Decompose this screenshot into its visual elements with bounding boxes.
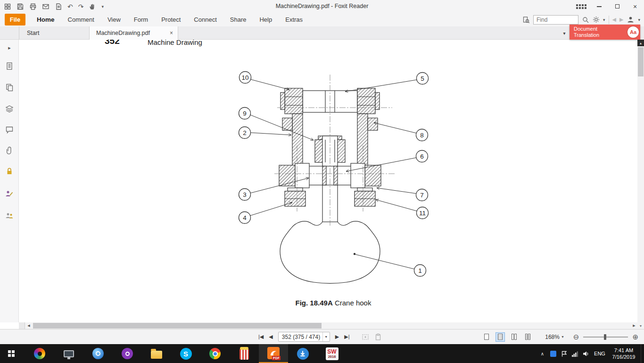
vertical-scroll-thumb[interactable]	[638, 47, 644, 76]
taskbar-foxit-reader[interactable]: PDF	[259, 344, 288, 363]
ribbon-tab-home[interactable]: Home	[30, 13, 61, 26]
horizontal-scrollbar[interactable]: ◀ ▶	[19, 322, 637, 329]
translation-aa-icon[interactable]: Aa	[627, 26, 639, 38]
next-view-icon[interactable]: ▶	[619, 17, 623, 23]
taskbar-palette-app[interactable]	[25, 344, 54, 363]
skype-icon: S	[180, 348, 192, 360]
panel-expand-icon[interactable]: ▸	[5, 45, 14, 53]
panel-splitter-handle[interactable]	[19, 322, 25, 329]
tab-start[interactable]: Start	[19, 26, 90, 40]
ribbon-tab-form[interactable]: Form	[127, 13, 155, 26]
scroll-up-button[interactable]: ▲	[637, 40, 644, 46]
taskbar-solidworks[interactable]: SW 2016	[317, 344, 347, 363]
continuous-view-icon[interactable]	[495, 332, 505, 342]
taskbar-chrome[interactable]	[200, 344, 230, 363]
restore-button[interactable]	[608, 0, 626, 13]
vertical-scrollbar[interactable]: ▲ ▼	[637, 40, 644, 329]
show-desktop-strip[interactable]	[641, 344, 643, 363]
volume-icon[interactable]	[580, 344, 591, 363]
minimize-button[interactable]	[590, 0, 608, 13]
ribbon-tab-extras[interactable]: Extras	[279, 13, 309, 26]
horizontal-scroll-thumb[interactable]	[33, 323, 322, 329]
page-field-dropdown-icon[interactable]: ▼	[322, 332, 330, 341]
ribbon-tab-connect[interactable]: Connect	[187, 13, 223, 26]
snapshot-icon[interactable]	[362, 333, 369, 341]
document-tab-strip: Start MachineDrawing.pdf × ▾	[0, 26, 644, 40]
tab-machinedrawing[interactable]: MachineDrawing.pdf ×	[90, 26, 178, 40]
scroll-down-button[interactable]: ▼	[637, 322, 644, 329]
callout-5: 5	[417, 73, 429, 84]
zoom-out-button[interactable]: ⊖	[573, 333, 579, 341]
ribbon-tab-share[interactable]: Share	[223, 13, 253, 26]
taskbar-monitor-app[interactable]	[54, 344, 83, 363]
clock-date: 7/16/2019	[608, 354, 639, 360]
zoom-level-dropdown[interactable]: 168% ▼	[545, 334, 564, 340]
user-dropdown-icon[interactable]: ▾	[638, 17, 640, 22]
taskbar-skype[interactable]: S	[171, 344, 200, 363]
action-center-flag-icon[interactable]	[559, 344, 570, 363]
blue-circle-app-icon	[92, 348, 104, 359]
ribbon-tabs: Home Comment View Form Protect Connect S…	[30, 13, 309, 26]
layers-icon[interactable]	[5, 105, 14, 113]
callout-11: 11	[417, 207, 429, 219]
gear-icon[interactable]	[593, 16, 600, 23]
taskbar-download-manager[interactable]	[288, 344, 317, 363]
ribbon-tab-protect[interactable]: Protect	[155, 13, 187, 26]
start-button[interactable]	[0, 344, 23, 363]
tab-close-icon[interactable]: ×	[170, 30, 173, 36]
language-indicator[interactable]: ENG	[591, 351, 608, 356]
single-page-view-icon[interactable]	[482, 332, 491, 342]
attachments-icon[interactable]	[5, 146, 14, 155]
ribbon-tab-comment[interactable]: Comment	[61, 13, 101, 26]
figure-caption: Fig. 18.49A Crane hook	[239, 299, 428, 307]
security-lock-icon[interactable]	[5, 167, 14, 176]
tab-list-dropdown-icon[interactable]: ▾	[559, 26, 570, 40]
gear-dropdown-icon[interactable]: ▾	[603, 17, 605, 22]
search-icon[interactable]	[582, 16, 589, 24]
shared-review-icon[interactable]	[5, 211, 14, 220]
tray-app-icon[interactable]	[548, 344, 559, 363]
svg-text:10: 10	[241, 74, 248, 81]
zoom-slider-handle[interactable]	[604, 334, 606, 340]
zoom-in-button[interactable]: ⊕	[632, 333, 638, 341]
taskbar-purple-circle-app[interactable]	[113, 344, 142, 363]
first-page-button[interactable]: |◀	[258, 334, 264, 340]
ribbon-tab-view[interactable]: View	[101, 13, 127, 26]
next-page-button[interactable]: ▶	[335, 334, 339, 340]
signature-icon[interactable]	[5, 190, 14, 198]
zoom-slider[interactable]	[583, 334, 628, 340]
last-page-button[interactable]: ▶|	[344, 334, 349, 340]
comments-icon[interactable]	[5, 126, 14, 134]
network-signal-icon[interactable]	[570, 344, 580, 363]
ribbon-bar: File Home Comment View Form Protect Conn…	[0, 13, 644, 26]
file-menu-button[interactable]: File	[5, 14, 25, 25]
workspace-grid-icon[interactable]	[572, 0, 590, 13]
facing-view-icon[interactable]	[509, 332, 519, 342]
document-translation-badge[interactable]: Document Translation Aa	[570, 25, 640, 40]
bookmarks-icon[interactable]	[5, 62, 14, 70]
find-input[interactable]	[533, 15, 578, 25]
figure-caption-label: Fig. 18.49A	[296, 299, 333, 307]
purple-circle-app-icon	[122, 348, 133, 359]
ribbon-tab-help[interactable]: Help	[253, 13, 279, 26]
previous-view-icon[interactable]: ◀	[612, 17, 616, 23]
taskbar-clock[interactable]: 7:41 AM 7/16/2019	[608, 347, 639, 360]
tray-show-hidden-icons[interactable]: ∧	[537, 344, 548, 363]
taskbar-file-explorer[interactable]	[142, 344, 171, 363]
taskbar-blue-circle-app[interactable]	[83, 344, 113, 363]
user-account-icon[interactable]	[627, 16, 635, 24]
page-number-field[interactable]: 352 (375 / 474) ▼	[278, 332, 330, 342]
page-thumbnails-icon[interactable]	[5, 83, 14, 92]
navigation-sidebar: ▸	[0, 40, 19, 322]
figure-caption-text: Crane hook	[333, 299, 372, 307]
foxit-reader-window: ↶ ↷ ▾ MachineDrawing.pdf - Foxit Reader …	[0, 0, 644, 363]
close-button[interactable]: ×	[626, 0, 644, 13]
continuous-facing-view-icon[interactable]	[523, 332, 532, 342]
svg-text:5: 5	[421, 75, 424, 82]
scroll-left-button[interactable]: ◀	[25, 322, 32, 329]
previous-page-button[interactable]: ◀	[269, 334, 272, 340]
content-area: ▸ 352 Machine Drawing	[0, 40, 644, 329]
clipboard-icon[interactable]	[374, 333, 382, 341]
taskbar-media-player[interactable]	[230, 344, 259, 363]
scroll-right-button[interactable]: ▶	[631, 322, 637, 329]
